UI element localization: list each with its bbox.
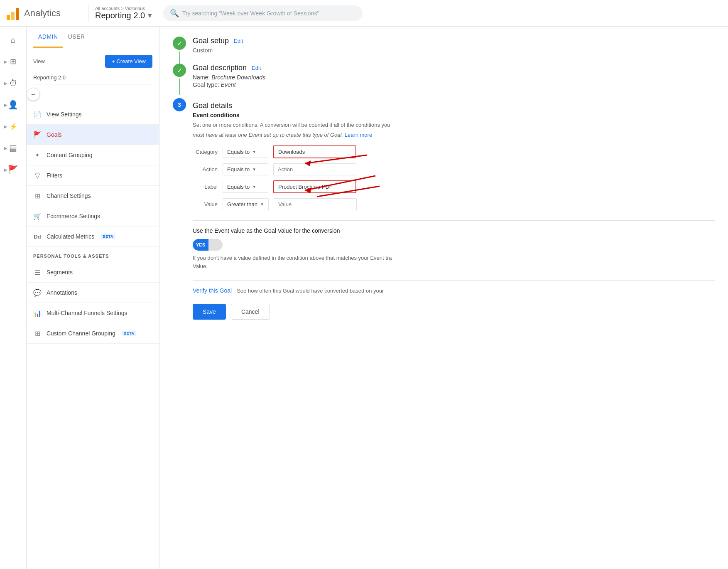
step1-subtitle: Custom: [193, 47, 715, 54]
event-conditions-desc: Set one or more conditions. A conversion…: [193, 121, 715, 129]
learn-more-link[interactable]: Learn more: [345, 132, 372, 138]
chevron-down-icon: ▼: [252, 167, 256, 172]
content-area: ✓ Goal setup Edit Custom ✓ Goal descript…: [159, 27, 728, 569]
filter-icon: ▽: [33, 171, 42, 180]
search-bar[interactable]: 🔍 Try searching "Week over Week Growth o…: [163, 5, 363, 21]
nav-item-custom-channel[interactable]: ⊞ Custom Channel Grouping BETA: [27, 323, 159, 344]
document-icon: 📄: [33, 110, 42, 118]
step3-title-row: Goal details: [193, 101, 715, 110]
sidebar-item-audience[interactable]: ▶ 👤: [3, 95, 23, 115]
step1-content: Goal setup Edit Custom: [193, 37, 715, 54]
step3-title: Goal details: [193, 101, 232, 110]
account-nav: All accounts > Victorious Reporting 2.0 …: [95, 6, 153, 20]
nav-item-annotations[interactable]: 💬 Annotations: [27, 283, 159, 303]
sidebar-item-conversions[interactable]: ▶ 🚩: [3, 160, 23, 180]
account-breadcrumb: All accounts > Victorious: [95, 6, 153, 11]
main-layout: ⌂ ▶ ⊞ ▶ ⏱ ▶ 👤 ▶ ⚡ ▶ ▤ ▶ 🚩 ADMIN US: [0, 27, 728, 569]
nav-label-filters: Filters: [47, 172, 62, 179]
nav-label-segments: Segments: [47, 269, 73, 276]
sidebar-item-home[interactable]: ⌂: [3, 30, 23, 50]
action-input[interactable]: [273, 163, 356, 175]
nav-item-multi-channel[interactable]: 📊 Multi-Channel Funnels Settings: [27, 303, 159, 323]
search-icon: 🔍: [170, 9, 179, 18]
nav-item-ecommerce[interactable]: 🛒 Ecommerce Settings: [27, 206, 159, 227]
annotations-icon: 💬: [33, 288, 42, 297]
toggle-desc: If you don't have a value defined in the…: [193, 254, 715, 270]
back-arrow-icon: ←: [30, 91, 36, 98]
home-icon: ⌂: [10, 35, 15, 45]
action-select[interactable]: Equals to ▼: [223, 163, 268, 175]
cart-icon: 🛒: [33, 212, 42, 220]
segments-icon: ☰: [33, 268, 42, 276]
create-view-button[interactable]: + Create View: [105, 55, 152, 68]
category-label: Category: [193, 149, 218, 155]
sidebar-item-behavior[interactable]: ▶ ▤: [3, 138, 23, 158]
value-input[interactable]: [274, 198, 357, 210]
nav-label-content-grouping: Content Grouping: [47, 152, 93, 158]
logo-bar-1: [7, 15, 10, 20]
nav-label-goals: Goals: [47, 131, 62, 138]
sidebar-item-acquisition[interactable]: ▶ ⚡: [3, 116, 23, 136]
verify-goal-link[interactable]: Verify this Goal: [193, 287, 232, 294]
calculated-icon: Dd: [33, 232, 42, 241]
label-select[interactable]: Equals to ▼: [223, 181, 268, 193]
step3-number: 3: [178, 101, 181, 108]
top-header: Analytics All accounts > Victorious Repo…: [0, 0, 728, 27]
reporting-title-area[interactable]: Reporting 2.0 ▼: [95, 11, 153, 20]
nav-item-filters[interactable]: ▽ Filters: [27, 165, 159, 186]
cancel-button[interactable]: Cancel: [231, 304, 270, 320]
sidebar-item-realtime[interactable]: ▶ ⏱: [3, 73, 23, 93]
nav-label-custom-channel: Custom Channel Grouping: [47, 330, 115, 337]
value-select[interactable]: Greater than ▼: [223, 198, 269, 210]
nav-label-multi-channel: Multi-Channel Funnels Settings: [47, 310, 127, 316]
custom-channel-icon: ⊞: [33, 329, 42, 337]
step2-title-row: Goal description Edit: [193, 64, 715, 72]
goal-step-2: ✓ Goal description Edit Name: Brochure D…: [173, 64, 715, 88]
label-input[interactable]: [273, 180, 356, 193]
logo-bar-2: [11, 12, 15, 20]
step1-edit-link[interactable]: Edit: [234, 38, 243, 44]
toggle-switch[interactable]: YES: [193, 239, 223, 251]
verify-section: Verify this Goal See how often this Goal…: [193, 280, 715, 294]
tab-user[interactable]: USER: [63, 27, 90, 48]
save-button[interactable]: Save: [193, 304, 226, 320]
step2-icon: ✓: [173, 64, 186, 77]
nav-label-view-settings: View Settings: [47, 111, 82, 118]
event-conditions-desc2: must have at least one Event set up to c…: [193, 131, 715, 139]
toggle-section: Use the Event value as the Goal Value fo…: [193, 220, 715, 270]
nav-item-view-settings[interactable]: 📄 View Settings: [27, 104, 159, 125]
expand-arrow-icon: ▶: [4, 167, 7, 172]
chevron-down-icon: ▼: [252, 150, 256, 154]
personal-tools-label: PERSONAL TOOLS & ASSETS: [27, 247, 159, 262]
logo-icon: [7, 7, 19, 20]
nav-item-calculated-metrics[interactable]: Dd Calculated Metrics BETA: [27, 227, 159, 247]
logo-bar-3: [16, 8, 19, 20]
step1-title: Goal setup: [193, 37, 229, 45]
toggle-yes: YES: [193, 239, 208, 251]
nav-item-content-grouping[interactable]: ✦ Content Grouping: [27, 145, 159, 165]
flag-icon: 🚩: [8, 165, 18, 175]
toggle-desc-text2: Value.: [193, 263, 208, 269]
step2-edit-link[interactable]: Edit: [252, 65, 261, 71]
step2-type-detail: Goal type: Event: [193, 81, 715, 88]
icon-sidebar: ⌂ ▶ ⊞ ▶ ⏱ ▶ 👤 ▶ ⚡ ▶ ▤ ▶ 🚩: [0, 27, 27, 569]
verify-desc: See how often this Goal would have conve…: [237, 288, 384, 294]
condition-row-label: Label Equals to ▼: [193, 180, 715, 193]
category-input[interactable]: [273, 145, 356, 158]
expand-arrow-icon: ▶: [4, 146, 7, 150]
name-value: Brochure Downloads: [211, 74, 265, 81]
back-button[interactable]: ←: [27, 88, 40, 101]
category-select[interactable]: Equals to ▼: [223, 146, 268, 158]
type-label: Goal type:: [193, 81, 219, 88]
tab-admin[interactable]: ADMIN: [33, 27, 63, 48]
sidebar-item-reports[interactable]: ▶ ⊞: [3, 52, 23, 71]
search-placeholder: Try searching "Week over Week Growth of …: [182, 10, 319, 17]
chevron-down-icon: ▼: [252, 185, 256, 189]
nav-item-segments[interactable]: ☰ Segments: [27, 262, 159, 283]
nav-item-goals[interactable]: 🚩 Goals: [27, 125, 159, 145]
beta-badge-custom: BETA: [122, 331, 136, 336]
nav-item-channel-settings[interactable]: ⊞ Channel Settings: [27, 186, 159, 206]
expand-arrow-icon: ▶: [4, 59, 7, 64]
logo-area: Analytics: [7, 7, 81, 20]
flag-nav-icon: 🚩: [33, 131, 42, 139]
